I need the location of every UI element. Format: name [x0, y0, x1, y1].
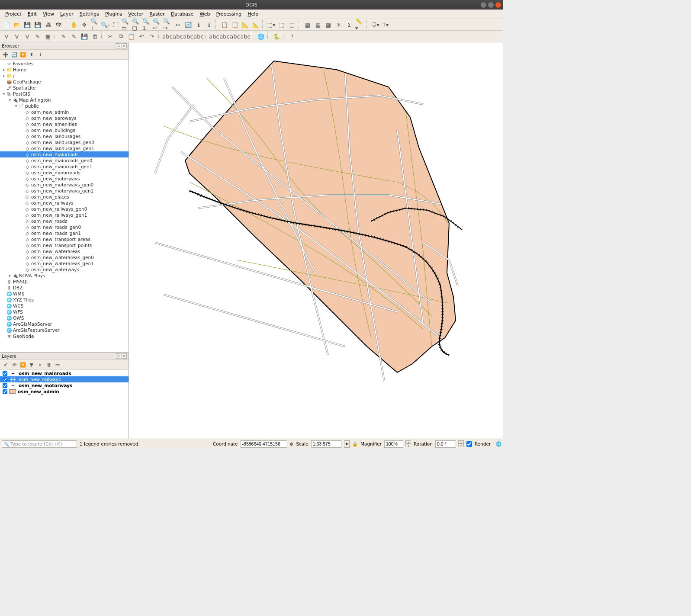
browser-item-xyz-tiles[interactable]: 🌐XYZ Tiles — [0, 297, 129, 303]
toolbar-button-39[interactable]: T▾ — [381, 20, 390, 29]
browser-item-arcgismapserver[interactable]: 🌐ArcGisMapServer — [0, 321, 129, 327]
toolbar-button-13[interactable]: 🔍▢ — [132, 20, 141, 29]
layers-tb-button-5[interactable]: 🗑 — [45, 361, 53, 369]
toolbar-button-25[interactable]: 📐 — [251, 20, 260, 29]
browser-item-wfs[interactable]: 🌐WFS — [0, 309, 129, 315]
browser-tb-button-1[interactable]: 🔄 — [10, 51, 18, 58]
browser-table-osm_new_railways_gen1[interactable]: ◇osm_new_railways_gen1 — [0, 212, 129, 218]
browser-tree[interactable]: ☆Favorites▸📁Home▸📁/📦GeoPackage🖉SpatiaLit… — [0, 60, 129, 352]
magnifier-spinner[interactable]: ▴▾ — [405, 440, 411, 447]
toolbar-button-34[interactable]: ✳ — [334, 20, 344, 29]
browser-schema[interactable]: ▾📄public — [0, 103, 129, 109]
window-close[interactable] — [495, 2, 501, 8]
browser-table-osm_new_railways_gen0[interactable]: ◇osm_new_railways_gen0 — [0, 206, 129, 212]
toolbar-button-11[interactable]: ✂ — [106, 32, 115, 41]
browser-table-osm_new_buildings[interactable]: ◇osm_new_buildings — [0, 127, 129, 133]
toolbar-button-9[interactable]: 🗑 — [90, 32, 100, 41]
toolbar-button-1[interactable]: V — [12, 32, 22, 41]
toolbar-button-22[interactable]: 📋 — [220, 20, 229, 29]
layers-tb-button-4[interactable]: » — [36, 361, 44, 369]
toolbar-button-12[interactable]: ⧉ — [116, 32, 125, 41]
browser-postgis[interactable]: ▾🐘PostGIS — [0, 91, 129, 97]
browser-table-osm_new_aeroways[interactable]: ◇osm_new_aeroways — [0, 115, 129, 121]
browser-item-wcs[interactable]: 🌐WCS — [0, 303, 129, 309]
browser-table-osm_new_waterareas_gen0[interactable]: ◇osm_new_waterareas_gen0 — [0, 254, 129, 260]
layer-visibility-checkbox[interactable] — [3, 377, 7, 382]
browser-connection[interactable]: ▾🔌Map Arlington — [0, 97, 129, 103]
toolbar-button-28[interactable]: ⬚ — [277, 20, 286, 29]
browser-tb-button-2[interactable]: 🔽 — [19, 51, 27, 58]
browser-item-geopackage[interactable]: 📦GeoPackage — [0, 79, 129, 85]
scale-field[interactable] — [311, 440, 341, 448]
toolbar-button-8[interactable]: ✥ — [80, 20, 89, 29]
toolbar-button-23[interactable]: abc — [220, 32, 229, 41]
toolbar-button-10[interactable]: 🔍- — [100, 20, 110, 29]
browser-undock-icon[interactable]: ▫ — [116, 43, 121, 48]
toolbar-button-4[interactable]: 🖶 — [43, 20, 53, 29]
toolbar-button-4[interactable]: ▦ — [43, 32, 53, 41]
toolbar-button-24[interactable]: 📐 — [241, 20, 250, 29]
menu-layer[interactable]: Layer — [58, 11, 76, 17]
toolbar-button-9[interactable]: 🔍+ — [90, 20, 100, 29]
menu-web[interactable]: Web — [197, 11, 212, 17]
browser-item-mssql[interactable]: 🛢MSSQL — [0, 279, 129, 285]
browser-table-osm_new_mainroads_gen1[interactable]: ◇osm_new_mainroads_gen1 — [0, 164, 129, 170]
expand-icon[interactable]: ▸ — [8, 273, 12, 278]
layer-visibility-checkbox[interactable] — [3, 371, 7, 376]
browser-table-osm_new_admin[interactable]: ◇osm_new_admin — [0, 109, 129, 115]
browser-tb-button-3[interactable]: ⬆ — [28, 51, 35, 58]
coordinate-field[interactable] — [241, 440, 287, 448]
browser-table-osm_new_minorroads[interactable]: ◇osm_new_minorroads — [0, 170, 129, 176]
toolbar-button-31[interactable]: ? — [287, 32, 297, 41]
toolbar-button-0[interactable]: V — [2, 32, 11, 41]
browser-nova-plays[interactable]: ▸🔌NOVA Plays — [0, 273, 129, 279]
crs-icon[interactable]: 🌐 — [496, 441, 501, 447]
toolbar-button-32[interactable]: ▦ — [313, 20, 323, 29]
browser-table-osm_new_motorways_gen1[interactable]: ◇osm_new_motorways_gen1 — [0, 188, 129, 194]
browser-table-osm_new_amenities[interactable]: ◇osm_new_amenities — [0, 121, 129, 127]
menu-settings[interactable]: Settings — [77, 11, 102, 17]
menu-project[interactable]: Project — [3, 11, 24, 17]
browser-table-osm_new_waterways[interactable]: ◇osm_new_waterways — [0, 266, 129, 273]
toolbar-button-1[interactable]: 📂 — [12, 20, 22, 29]
toolbar-button-13[interactable]: 📋 — [126, 32, 136, 41]
toolbar-button-3[interactable]: ✎ — [33, 32, 42, 41]
browser-table-osm_new_landusages_gen0[interactable]: ◇osm_new_landusages_gen0 — [0, 139, 129, 145]
layers-tb-button-6[interactable]: ▭ — [54, 361, 61, 369]
rotation-field[interactable] — [435, 440, 456, 448]
layer-osm_new_mainroads[interactable]: ━osm_new_mainroads — [0, 370, 129, 376]
layer-osm_new_motorways[interactable]: ─osm_new_motorways — [0, 382, 129, 388]
rotation-spinner[interactable]: ▴▾ — [458, 440, 464, 447]
toolbar-button-24[interactable]: abc — [230, 32, 240, 41]
layers-list[interactable]: ━osm_new_mainroads┼┼osm_new_railways─osm… — [0, 370, 129, 439]
menu-database[interactable]: Database — [168, 11, 196, 17]
browser-table-osm_new_landusages_gen1[interactable]: ◇osm_new_landusages_gen1 — [0, 145, 129, 151]
browser-item-favorites[interactable]: ☆Favorites — [0, 61, 129, 67]
toolbar-button-31[interactable]: ▦ — [303, 20, 312, 29]
window-minimize[interactable] — [481, 2, 486, 8]
toolbar-button-3[interactable]: 💾 — [33, 20, 42, 29]
browser-table-osm_new_motorways[interactable]: ◇osm_new_motorways — [0, 176, 129, 182]
browser-table-osm_new_waterareas_gen1[interactable]: ◇osm_new_waterareas_gen1 — [0, 260, 129, 266]
expand-icon[interactable]: ▸ — [2, 74, 6, 78]
toolbar-button-19[interactable]: ℹ — [194, 20, 203, 29]
toolbar-button-7[interactable]: ✋ — [69, 20, 79, 29]
browser-table-osm_new_transport_areas[interactable]: ◇osm_new_transport_areas — [0, 236, 129, 242]
layers-tb-button-0[interactable]: ✔ — [2, 361, 10, 369]
browser-table-osm_new_transport_points[interactable]: ◇osm_new_transport_points — [0, 242, 129, 248]
expand-icon[interactable]: ▾ — [8, 98, 12, 102]
browser-tb-button-0[interactable]: ➕ — [2, 51, 10, 58]
browser-item-ows[interactable]: 🌐OWS — [0, 315, 129, 321]
expand-icon[interactable]: ▸ — [2, 67, 6, 72]
lock-icon[interactable]: 🔒 — [352, 441, 358, 447]
browser-table-osm_new_roads_gen0[interactable]: ◇osm_new_roads_gen0 — [0, 224, 129, 230]
browser-item-geonode[interactable]: ❄GeoNode — [0, 333, 129, 339]
render-checkbox[interactable] — [466, 441, 472, 447]
toolbar-button-25[interactable]: abc — [241, 32, 250, 41]
toolbar-button-36[interactable]: 📏▾ — [355, 20, 364, 29]
layers-tb-button-1[interactable]: 👁 — [10, 361, 18, 369]
toolbar-button-38[interactable]: 🗨▾ — [370, 20, 380, 29]
browser-table-osm_new_railways[interactable]: ◇osm_new_railways — [0, 200, 129, 206]
layers-undock-icon[interactable]: ▫ — [116, 353, 121, 359]
toolbar-button-18[interactable]: abc — [173, 32, 183, 41]
